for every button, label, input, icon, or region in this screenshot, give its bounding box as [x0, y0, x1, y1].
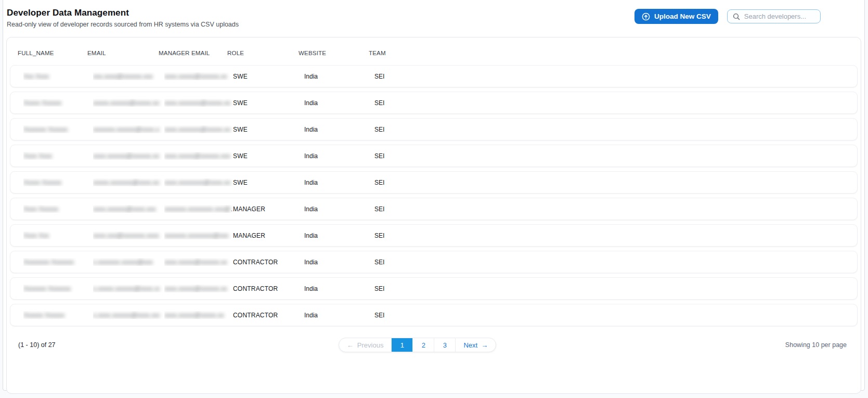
- search-input[interactable]: [744, 12, 815, 20]
- full-name-redacted: Xxx Xxxx: [23, 73, 49, 80]
- search-icon: [733, 13, 740, 20]
- email-redacted: xxxx.xxx@xxxxxxx.xxxx: [93, 232, 159, 239]
- arrow-right-icon: →: [481, 341, 488, 349]
- column-header-website: WEBSITE: [299, 50, 369, 56]
- email-redacted: x.xxxxx.xxxxxx@xxxx.xx: [93, 285, 160, 292]
- role-cell: CONTRACTOR: [233, 285, 304, 292]
- team-cell: SEI: [374, 206, 857, 213]
- previous-page-button[interactable]: ← Previous: [339, 338, 392, 352]
- search-box: [727, 9, 821, 23]
- full-name-redacted: Xxxxxx Xxxxxx: [23, 312, 64, 319]
- table-footer: (1 - 10) of 27 ← Previous 1 2 3 Next → S…: [7, 338, 861, 352]
- page-button-1[interactable]: 1: [391, 338, 412, 352]
- column-header-manager-email: MANAGER EMAIL: [159, 50, 227, 56]
- table-row: Xxxx Xxxxxx xxxx.xxxxxx@xxxx.xxx xxxxxxx…: [10, 198, 858, 220]
- table-row: Xxxxxx Xxxxxx x.xxxx.xxxxxx@xxxx.xxx xxx…: [10, 304, 858, 326]
- full-name-redacted: Xxxxxxxx Xxxxxxx: [23, 259, 74, 266]
- email-redacted: xxxx.xxxxxx@xxxxxx.xxx: [93, 152, 160, 160]
- website-cell: India: [304, 99, 374, 107]
- table-row: Xxxxxxx Xxxxxxx x.xxxxx.xxxxxx@xxxx.xx x…: [10, 277, 858, 300]
- manager-email-redacted: xxxx.xxxxx@xxxxxx.xxx: [164, 152, 230, 160]
- manager-email-redacted: xxxx.xxxxx@xxxxxx.xx: [164, 285, 227, 292]
- results-range-label: (1 - 10) of 27: [18, 341, 354, 349]
- table-header-row: FULL_NAME EMAIL MANAGER EMAIL ROLE WEBSI…: [18, 50, 861, 56]
- table-row: Xxxxx Xxxxxx xxxxx.xxxxxx@xxxxx.xxx xxxx…: [10, 92, 858, 114]
- app-header: Developer Data Management Read-only view…: [3, 0, 864, 28]
- full-name-redacted: Xxxxxxx Xxxxxx: [23, 126, 68, 133]
- page-button-3[interactable]: 3: [434, 338, 455, 352]
- next-page-button[interactable]: Next →: [455, 338, 496, 352]
- upload-csv-button[interactable]: Upload New CSV: [634, 9, 718, 24]
- table-row: Xxxxxxxx Xxxxxxx x.xxxxxxx.xxxxx@xxx xxx…: [10, 251, 858, 273]
- website-cell: India: [304, 126, 374, 133]
- website-cell: India: [304, 259, 374, 266]
- manager-email-redacted: xxxx.xxxxxxx@xxxxx.xxx: [164, 126, 231, 133]
- full-name-redacted: Xxxx Xxxxxx: [23, 206, 58, 213]
- next-page-label: Next: [463, 341, 477, 349]
- email-redacted: xxxxxxx.xxxxxx@xxxx.xxxx: [93, 126, 160, 133]
- manager-email-redacted: xxxx.xxxxx@xxxxxx.xx: [164, 73, 227, 80]
- column-header-email: EMAIL: [87, 50, 159, 56]
- arrow-left-icon: ←: [347, 341, 354, 349]
- email-redacted: x.xxxxxxx.xxxxx@xxx: [93, 259, 153, 266]
- table-row: Xxxx Xxxx xxxx.xxxxxx@xxxxxx.xxx xxxx.xx…: [10, 145, 858, 167]
- table-row: Xxx Xxxx xxx.xxxx@xxxxxx.xxx xxxx.xxxxx@…: [10, 65, 858, 87]
- email-redacted: x.xxxx.xxxxxx@xxxx.xxx: [93, 312, 160, 319]
- developers-table: FULL_NAME EMAIL MANAGER EMAIL ROLE WEBSI…: [6, 37, 861, 394]
- pagination: ← Previous 1 2 3 Next →: [339, 338, 496, 352]
- table-row: Xxxxxxx Xxxxxx xxxxxxx.xxxxxx@xxxx.xxxx …: [10, 118, 858, 140]
- role-cell: SWE: [233, 99, 304, 107]
- full-name-redacted: Xxxx Xxx: [23, 232, 49, 239]
- team-cell: SEI: [374, 126, 857, 133]
- team-cell: SEI: [374, 259, 857, 266]
- manager-email-redacted: xxxxxxx.xxxxxxxx@xxx: [164, 232, 229, 239]
- manager-email-redacted: xxxxxxx.xxxxxxxx.xxx@xx: [164, 206, 231, 213]
- role-cell: SWE: [233, 126, 304, 133]
- website-cell: India: [304, 73, 374, 80]
- team-cell: SEI: [374, 152, 857, 160]
- role-cell: SWE: [233, 152, 304, 160]
- full-name-redacted: Xxxxx Xxxxxx: [23, 99, 61, 107]
- team-cell: SEI: [374, 232, 857, 239]
- role-cell: CONTRACTOR: [233, 259, 304, 266]
- upload-csv-button-label: Upload New CSV: [654, 12, 711, 20]
- website-cell: India: [304, 179, 374, 186]
- full-name-redacted: Xxxx Xxxx: [23, 152, 52, 160]
- manager-email-redacted: xxxx.xxxxxxxx@xxxx.xxx: [164, 179, 231, 186]
- table-row: Xxxxx Xxxxxx xxxxx.xxxxxxx@xxxx.xxx xxxx…: [10, 171, 858, 194]
- manager-email-redacted: xxxx.xxxxxxx@xxxxx.xxx: [164, 99, 231, 107]
- team-cell: SEI: [374, 285, 857, 292]
- column-header-full-name: FULL_NAME: [18, 50, 87, 56]
- table-row: Xxxx Xxx xxxx.xxx@xxxxxxx.xxxx xxxxxxx.x…: [10, 224, 858, 247]
- upload-arrow-circle-icon: [642, 12, 650, 21]
- page-button-2[interactable]: 2: [412, 338, 434, 352]
- table-body: Xxx Xxxx xxx.xxxx@xxxxxx.xxx xxxx.xxxxx@…: [7, 65, 861, 326]
- website-cell: India: [304, 152, 374, 160]
- full-name-redacted: Xxxxx Xxxxxx: [23, 179, 61, 186]
- role-cell: MANAGER: [233, 232, 304, 239]
- manager-email-redacted: xxxx.xxxxx@xxxxxx.xx: [164, 259, 227, 266]
- manager-email-redacted: xxxx.xxxxx@xxxxx.xx: [164, 312, 224, 319]
- website-cell: India: [304, 312, 374, 319]
- full-name-redacted: Xxxxxxx Xxxxxxx: [23, 285, 71, 292]
- website-cell: India: [304, 232, 374, 239]
- email-redacted: xxxxx.xxxxxxx@xxxx.xxx: [93, 179, 160, 186]
- main-panel: Developer Data Management Read-only view…: [3, 0, 865, 391]
- team-cell: SEI: [374, 73, 857, 80]
- email-redacted: xxxxx.xxxxxx@xxxxx.xxx: [93, 99, 160, 107]
- email-redacted: xxxx.xxxxxx@xxxx.xxx: [93, 206, 156, 213]
- role-cell: MANAGER: [233, 206, 304, 213]
- team-cell: SEI: [374, 179, 857, 186]
- team-cell: SEI: [374, 312, 857, 319]
- website-cell: India: [304, 206, 374, 213]
- team-cell: SEI: [374, 99, 857, 107]
- role-cell: SWE: [233, 179, 304, 186]
- role-cell: CONTRACTOR: [233, 312, 304, 319]
- column-header-role: ROLE: [227, 50, 299, 56]
- role-cell: SWE: [233, 73, 304, 80]
- header-controls: Upload New CSV: [634, 9, 821, 24]
- column-header-team: TEAM: [369, 50, 861, 56]
- email-redacted: xxx.xxxx@xxxxxx.xxx: [93, 73, 153, 80]
- website-cell: India: [304, 285, 374, 292]
- per-page-label: Showing 10 per page: [785, 341, 847, 349]
